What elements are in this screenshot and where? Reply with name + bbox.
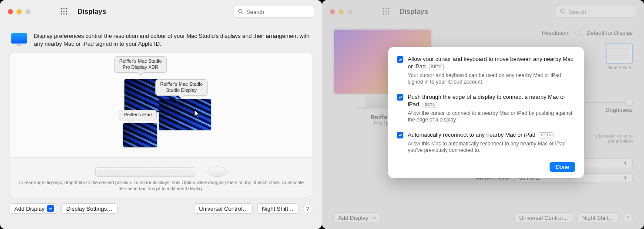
minimize-window-button[interactable]	[17, 9, 22, 14]
bottom-toolbar: Add Display Universal Control… Night Shi…	[322, 212, 644, 223]
toolbar: Displays	[322, 0, 644, 24]
window-displays-settings: Displays Resolution: Default for Display…	[322, 0, 644, 229]
beta-badge: BETA	[429, 64, 444, 70]
svg-point-6	[61, 13, 62, 14]
search-icon	[238, 8, 244, 16]
chevron-down-icon	[47, 205, 54, 212]
cursor-icon	[194, 110, 200, 119]
keyboard-icon	[95, 167, 195, 177]
display-tooltip-ipad: Reiffer's iPad	[119, 110, 157, 120]
search-input[interactable]	[568, 9, 632, 15]
true-tone-hint: y to make colours ent ambient	[595, 133, 633, 144]
updown-icon: ▲▼	[624, 175, 630, 181]
opt2-desc: Allow the cursor to connect to a nearby …	[408, 110, 575, 124]
svg-point-11	[386, 8, 387, 9]
opt3-desc: Allow this Mac to automatically reconnec…	[408, 141, 575, 154]
svg-point-4	[64, 10, 65, 12]
display-tile-studio[interactable]	[159, 99, 211, 130]
checkbox-auto-reconnect[interactable]	[397, 132, 403, 138]
universal-control-button[interactable]: Universal Control…	[514, 212, 573, 223]
intro-text: Display preferences control the resoluti…	[34, 32, 311, 47]
window-title: Displays	[77, 8, 106, 16]
svg-point-7	[64, 13, 65, 14]
svg-point-17	[386, 13, 387, 14]
svg-point-19	[560, 9, 564, 13]
window-controls	[330, 9, 352, 14]
night-shift-button[interactable]: Night Shift…	[257, 203, 299, 214]
displays-pane-icon	[11, 33, 27, 46]
add-display-button[interactable]: Add Display	[333, 212, 381, 223]
opt3-title: Automatically reconnect to any nearby Ma…	[408, 131, 535, 138]
window-title: Displays	[399, 8, 428, 16]
help-button[interactable]: ?	[623, 213, 633, 222]
search-field[interactable]	[234, 6, 314, 18]
add-display-button[interactable]: Add Display	[10, 203, 57, 214]
svg-point-3	[61, 10, 62, 12]
svg-point-14	[386, 10, 387, 12]
display-arrangement-area[interactable]: Reiffer's Mac Studio Pro Display XDR Rei…	[10, 53, 312, 157]
resolution-default-label: Default for Display	[587, 30, 633, 36]
toolbar: Displays	[0, 0, 322, 24]
universal-control-modal: Allow your cursor and keyboard to move b…	[388, 47, 584, 178]
search-field[interactable]	[556, 6, 636, 18]
resolution-default-radio[interactable]	[575, 30, 581, 36]
beta-badge: BETA	[423, 102, 437, 108]
svg-point-0	[61, 8, 62, 9]
resolution-thumbnails: More Space	[606, 44, 633, 70]
display-tile-ipad[interactable]	[123, 123, 157, 147]
opt1-desc: Your cursor and keyboard can be used on …	[408, 72, 575, 86]
minimize-window-button[interactable]	[339, 9, 344, 14]
updown-icon: ▲▼	[624, 161, 630, 166]
svg-point-15	[388, 10, 389, 12]
svg-point-1	[64, 8, 65, 9]
arrangement-hint: To rearrange displays, drag them to the …	[17, 179, 305, 192]
nav-arrows	[362, 9, 372, 15]
svg-point-13	[383, 10, 384, 12]
svg-point-9	[238, 9, 242, 13]
close-window-button[interactable]	[8, 9, 13, 14]
svg-point-12	[388, 8, 389, 9]
zoom-window-button[interactable]	[347, 9, 352, 14]
svg-point-8	[66, 13, 67, 14]
nav-arrows	[40, 9, 50, 15]
all-prefs-grid-icon[interactable]	[379, 7, 390, 17]
beta-badge: BETA	[539, 132, 553, 138]
svg-point-5	[66, 10, 67, 12]
help-button[interactable]: ?	[303, 204, 312, 213]
zoom-window-button[interactable]	[25, 9, 30, 14]
window-controls	[8, 9, 30, 14]
resolution-label: Resolution:	[542, 30, 570, 36]
done-button[interactable]: Done	[550, 162, 575, 172]
display-tooltip-studio: Reiffer's Mac Studio Studio Display	[155, 79, 208, 96]
svg-point-2	[66, 8, 67, 9]
all-prefs-grid-icon[interactable]	[57, 7, 68, 17]
slider-knob[interactable]	[626, 99, 633, 106]
display-tooltip-pro-xdr: Reiffer's Mac Studio Pro Display XDR	[114, 56, 167, 73]
mouse-icon	[208, 166, 227, 177]
bottom-toolbar: Add Display Display Settings… Universal …	[0, 197, 322, 221]
universal-control-button[interactable]: Universal Control…	[194, 203, 253, 214]
display-settings-button[interactable]: Display Settings…	[61, 203, 117, 214]
night-shift-button[interactable]: Night Shift…	[577, 212, 619, 223]
resolution-thumb-more-space[interactable]: More Space	[606, 44, 633, 70]
checkbox-push-through[interactable]	[397, 94, 403, 101]
window-displays-main: Displays Display preferences control the…	[0, 0, 322, 229]
close-window-button[interactable]	[330, 9, 335, 14]
svg-point-16	[383, 13, 384, 14]
search-input[interactable]	[246, 9, 310, 15]
checkbox-allow-cursor[interactable]	[397, 56, 403, 63]
search-icon	[560, 8, 566, 16]
svg-point-10	[383, 8, 384, 9]
peripherals-area: To rearrange displays, drag them to the …	[10, 157, 312, 197]
svg-point-18	[388, 13, 389, 14]
chevron-down-icon	[371, 214, 378, 221]
